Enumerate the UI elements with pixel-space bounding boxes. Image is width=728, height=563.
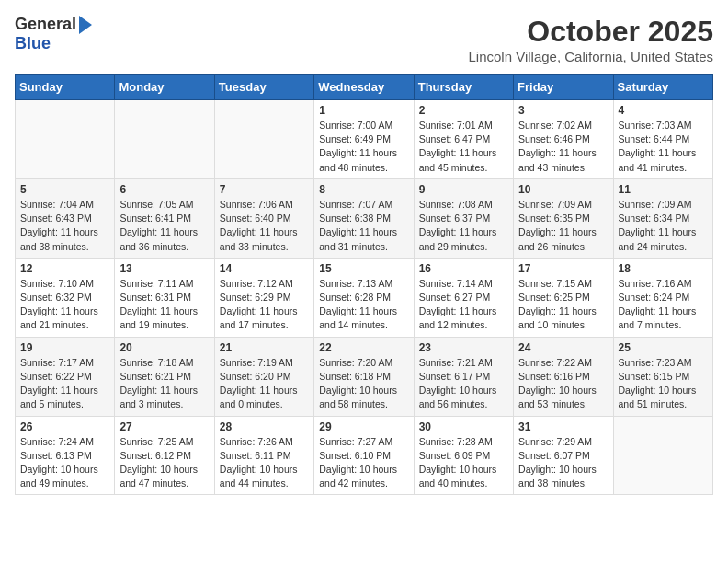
day-info: Sunrise: 7:20 AMSunset: 6:18 PMDaylight:…: [319, 356, 408, 412]
day-info: Sunrise: 7:16 AMSunset: 6:24 PMDaylight:…: [619, 277, 708, 333]
calendar-week-row: 12Sunrise: 7:10 AMSunset: 6:32 PMDayligh…: [16, 258, 713, 337]
logo-blue-text: Blue: [15, 34, 51, 53]
day-number: 1: [319, 104, 408, 117]
day-number: 8: [319, 183, 408, 196]
day-number: 23: [419, 341, 508, 354]
day-info: Sunrise: 7:29 AMSunset: 6:07 PMDaylight:…: [518, 435, 608, 491]
day-number: 11: [619, 183, 708, 196]
calendar-cell: 24Sunrise: 7:22 AMSunset: 6:16 PMDayligh…: [514, 337, 613, 416]
day-number: 13: [119, 262, 209, 275]
day-number: 14: [220, 262, 309, 275]
logo-arrow-icon: [79, 16, 92, 34]
day-number: 24: [518, 341, 608, 354]
calendar-day-header: Sunday: [16, 75, 115, 100]
calendar-cell: 26Sunrise: 7:24 AMSunset: 6:13 PMDayligh…: [16, 416, 115, 495]
calendar-cell: 25Sunrise: 7:23 AMSunset: 6:15 PMDayligh…: [613, 337, 712, 416]
day-number: 21: [220, 341, 309, 354]
calendar-cell: [613, 416, 712, 495]
month-title: October 2025: [468, 15, 713, 49]
title-section: October 2025 Lincoln Village, California…: [468, 15, 713, 64]
day-info: Sunrise: 7:01 AMSunset: 6:47 PMDaylight:…: [419, 119, 508, 175]
calendar-cell: 23Sunrise: 7:21 AMSunset: 6:17 PMDayligh…: [414, 337, 513, 416]
calendar-cell: [16, 100, 115, 179]
calendar-cell: 4Sunrise: 7:03 AMSunset: 6:44 PMDaylight…: [613, 100, 712, 179]
day-info: Sunrise: 7:25 AMSunset: 6:12 PMDaylight:…: [119, 435, 209, 491]
calendar-cell: 17Sunrise: 7:15 AMSunset: 6:25 PMDayligh…: [514, 258, 613, 337]
calendar-week-row: 5Sunrise: 7:04 AMSunset: 6:43 PMDaylight…: [16, 178, 713, 258]
calendar-day-header: Saturday: [613, 75, 712, 100]
day-number: 29: [319, 420, 408, 433]
day-number: 30: [419, 420, 508, 433]
calendar-cell: 8Sunrise: 7:07 AMSunset: 6:38 PMDaylight…: [314, 178, 414, 258]
calendar-header-row: SundayMondayTuesdayWednesdayThursdayFrid…: [16, 75, 713, 100]
calendar-cell: 13Sunrise: 7:11 AMSunset: 6:31 PMDayligh…: [115, 258, 214, 337]
calendar-cell: 11Sunrise: 7:09 AMSunset: 6:34 PMDayligh…: [613, 178, 712, 258]
day-number: 16: [419, 262, 508, 275]
day-number: 17: [518, 262, 608, 275]
day-info: Sunrise: 7:09 AMSunset: 6:35 PMDaylight:…: [518, 198, 608, 254]
calendar-cell: 15Sunrise: 7:13 AMSunset: 6:28 PMDayligh…: [314, 258, 414, 337]
day-number: 4: [619, 104, 708, 117]
day-info: Sunrise: 7:24 AMSunset: 6:13 PMDaylight:…: [20, 435, 109, 491]
day-info: Sunrise: 7:17 AMSunset: 6:22 PMDaylight:…: [20, 356, 109, 412]
calendar-cell: 3Sunrise: 7:02 AMSunset: 6:46 PMDaylight…: [514, 100, 613, 179]
location-text: Lincoln Village, California, United Stat…: [468, 49, 713, 64]
calendar-cell: 14Sunrise: 7:12 AMSunset: 6:29 PMDayligh…: [214, 258, 313, 337]
day-info: Sunrise: 7:10 AMSunset: 6:32 PMDaylight:…: [20, 277, 109, 333]
day-number: 12: [20, 262, 109, 275]
calendar-day-header: Monday: [115, 75, 214, 100]
day-number: 3: [518, 104, 608, 117]
calendar-cell: 9Sunrise: 7:08 AMSunset: 6:37 PMDaylight…: [414, 178, 513, 258]
day-number: 22: [319, 341, 408, 354]
day-info: Sunrise: 7:08 AMSunset: 6:37 PMDaylight:…: [419, 198, 508, 254]
calendar-cell: 19Sunrise: 7:17 AMSunset: 6:22 PMDayligh…: [16, 337, 115, 416]
calendar-cell: 16Sunrise: 7:14 AMSunset: 6:27 PMDayligh…: [414, 258, 513, 337]
calendar-table: SundayMondayTuesdayWednesdayThursdayFrid…: [15, 74, 713, 495]
day-info: Sunrise: 7:21 AMSunset: 6:17 PMDaylight:…: [419, 356, 508, 412]
calendar-cell: 29Sunrise: 7:27 AMSunset: 6:10 PMDayligh…: [314, 416, 414, 495]
day-number: 18: [619, 262, 708, 275]
calendar-day-header: Tuesday: [214, 75, 313, 100]
calendar-cell: 10Sunrise: 7:09 AMSunset: 6:35 PMDayligh…: [514, 178, 613, 258]
day-info: Sunrise: 7:09 AMSunset: 6:34 PMDaylight:…: [619, 198, 708, 254]
day-info: Sunrise: 7:18 AMSunset: 6:21 PMDaylight:…: [119, 356, 209, 412]
calendar-week-row: 1Sunrise: 7:00 AMSunset: 6:49 PMDaylight…: [16, 100, 713, 179]
logo-general-text: General: [15, 15, 76, 34]
day-info: Sunrise: 7:28 AMSunset: 6:09 PMDaylight:…: [419, 435, 508, 491]
day-info: Sunrise: 7:00 AMSunset: 6:49 PMDaylight:…: [319, 119, 408, 175]
day-info: Sunrise: 7:15 AMSunset: 6:25 PMDaylight:…: [518, 277, 608, 333]
day-info: Sunrise: 7:04 AMSunset: 6:43 PMDaylight:…: [20, 198, 109, 254]
calendar-cell: 7Sunrise: 7:06 AMSunset: 6:40 PMDaylight…: [214, 178, 313, 258]
day-info: Sunrise: 7:12 AMSunset: 6:29 PMDaylight:…: [220, 277, 309, 333]
day-info: Sunrise: 7:13 AMSunset: 6:28 PMDaylight:…: [319, 277, 408, 333]
calendar-day-header: Friday: [514, 75, 613, 100]
calendar-cell: [115, 100, 214, 179]
calendar-body: 1Sunrise: 7:00 AMSunset: 6:49 PMDaylight…: [16, 100, 713, 495]
calendar-day-header: Thursday: [414, 75, 513, 100]
day-info: Sunrise: 7:22 AMSunset: 6:16 PMDaylight:…: [518, 356, 608, 412]
calendar-cell: 20Sunrise: 7:18 AMSunset: 6:21 PMDayligh…: [115, 337, 214, 416]
day-number: 31: [518, 420, 608, 433]
calendar-cell: 28Sunrise: 7:26 AMSunset: 6:11 PMDayligh…: [214, 416, 313, 495]
day-number: 10: [518, 183, 608, 196]
calendar-cell: 1Sunrise: 7:00 AMSunset: 6:49 PMDaylight…: [314, 100, 414, 179]
day-info: Sunrise: 7:14 AMSunset: 6:27 PMDaylight:…: [419, 277, 508, 333]
day-number: 6: [119, 183, 209, 196]
calendar-cell: 27Sunrise: 7:25 AMSunset: 6:12 PMDayligh…: [115, 416, 214, 495]
calendar-day-header: Wednesday: [314, 75, 414, 100]
day-number: 27: [119, 420, 209, 433]
day-info: Sunrise: 7:07 AMSunset: 6:38 PMDaylight:…: [319, 198, 408, 254]
calendar-cell: 21Sunrise: 7:19 AMSunset: 6:20 PMDayligh…: [214, 337, 313, 416]
calendar-cell: 5Sunrise: 7:04 AMSunset: 6:43 PMDaylight…: [16, 178, 115, 258]
page-header: General Blue October 2025 Lincoln Villag…: [15, 15, 713, 64]
day-number: 25: [619, 341, 708, 354]
day-info: Sunrise: 7:19 AMSunset: 6:20 PMDaylight:…: [220, 356, 309, 412]
calendar-cell: [214, 100, 313, 179]
calendar-week-row: 19Sunrise: 7:17 AMSunset: 6:22 PMDayligh…: [16, 337, 713, 416]
day-number: 15: [319, 262, 408, 275]
calendar-cell: 22Sunrise: 7:20 AMSunset: 6:18 PMDayligh…: [314, 337, 414, 416]
day-number: 28: [220, 420, 309, 433]
day-info: Sunrise: 7:23 AMSunset: 6:15 PMDaylight:…: [619, 356, 708, 412]
logo: General Blue: [15, 15, 92, 53]
day-number: 9: [419, 183, 508, 196]
